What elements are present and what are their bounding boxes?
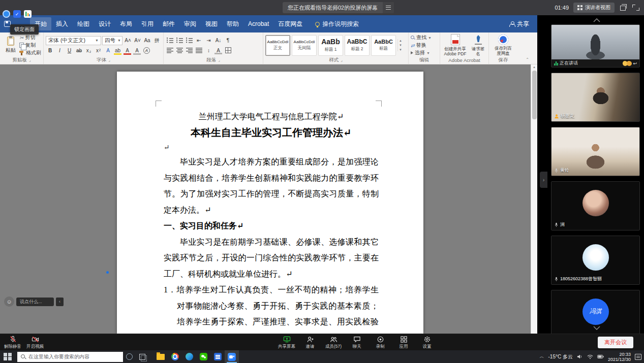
task-view-button[interactable]	[136, 350, 148, 363]
restore-window-icon[interactable]	[619, 4, 627, 11]
strikethrough-button[interactable]: ab	[75, 47, 83, 55]
tencent-meeting-app[interactable]	[225, 350, 239, 363]
share-screen-button[interactable]: 共享屏幕	[277, 334, 296, 351]
sidebar-collapse-handle[interactable]: ›	[540, 172, 547, 188]
volume-icon[interactable]	[577, 354, 583, 359]
chat-button[interactable]: 聊天	[347, 334, 366, 351]
dialog-launcher-icon[interactable]: ⌟	[218, 58, 220, 62]
tab-view[interactable]: 视图	[201, 17, 222, 30]
sort-button[interactable]: A↓	[214, 36, 223, 44]
tab-design[interactable]: 设计	[94, 17, 115, 30]
unmute-button[interactable]: 解除静音	[3, 334, 22, 351]
bold-button[interactable]: B	[46, 47, 54, 55]
justify-button[interactable]	[195, 46, 203, 54]
shading-button[interactable]: A	[214, 46, 223, 54]
emoji-icon[interactable]: ☺	[4, 296, 14, 307]
superscript-button[interactable]: x²	[94, 47, 103, 55]
align-right-button[interactable]	[185, 46, 194, 54]
document-page[interactable]: 兰州理工大学电气工程与信息工程学院↵ 本科生自主毕业实习工作管理办法↵ ↵ 毕业…	[117, 72, 423, 334]
participant-tile[interactable]: 黄铃	[551, 127, 640, 176]
phonetic-guide-button[interactable]: 拼	[152, 37, 161, 45]
taskbar-search[interactable]: 在这里输入你要搜索的内容	[17, 352, 123, 362]
subscript-button[interactable]: x₂	[84, 47, 93, 55]
apps-button[interactable]: 应用	[394, 334, 413, 351]
settings-button[interactable]: 设置	[417, 334, 437, 351]
taskbar-clock[interactable]: 20:33 2021/12/30	[608, 352, 631, 362]
enclose-characters-button[interactable]: A	[142, 47, 151, 55]
style-heading1[interactable]: AaBb 标题 1	[318, 35, 343, 56]
tab-layout[interactable]: 布局	[115, 17, 137, 30]
scrollbar-thumb[interactable]	[532, 71, 537, 119]
share-button[interactable]: 共享	[509, 20, 529, 28]
decrease-indent-button[interactable]: ⇤	[195, 36, 203, 44]
tab-draw[interactable]: 绘图	[73, 17, 94, 30]
leave-meeting-button[interactable]: 离开会议	[598, 337, 633, 348]
scroll-up-icon[interactable]: ▲	[533, 65, 536, 69]
find-button[interactable]: 查找▼	[411, 34, 438, 41]
check-overlay-icon[interactable]: ✓	[13, 10, 21, 18]
format-painter-button[interactable]: 格式刷	[19, 49, 41, 56]
select-button[interactable]: 选择▼	[411, 49, 438, 56]
tencent-docs-app[interactable]	[210, 350, 225, 363]
quick-chat-input[interactable]: 说点什么...	[16, 298, 54, 306]
cut-button[interactable]: 剪切	[19, 34, 41, 41]
document-scrollbar[interactable]: ▲	[531, 64, 537, 334]
wechat-app[interactable]	[196, 350, 210, 363]
banner-menu-button[interactable]	[383, 2, 394, 13]
edge-app[interactable]	[182, 350, 196, 363]
shrink-font-button[interactable]: A˅	[133, 37, 142, 45]
dialog-launcher-icon[interactable]: ⌟	[29, 58, 31, 62]
tab-insert[interactable]: 插入	[51, 17, 73, 30]
numbered-list-button[interactable]	[175, 36, 184, 44]
copy-button[interactable]: 复制	[19, 42, 41, 49]
align-left-button[interactable]	[166, 46, 174, 54]
increase-indent-button[interactable]: ⇥	[204, 36, 213, 44]
create-share-pdf-button[interactable]: 创建并共享 Adobe PDF	[443, 34, 468, 56]
start-button[interactable]	[0, 350, 15, 363]
tell-me-search[interactable]: 操作说明搜索	[315, 20, 359, 28]
fullscreen-icon[interactable]	[632, 4, 640, 11]
change-case-button[interactable]: Aa	[143, 37, 151, 45]
chrome-app[interactable]	[168, 350, 182, 363]
request-signature-button[interactable]: 请求签名	[471, 34, 486, 56]
font-color-button[interactable]: A	[123, 47, 132, 55]
replace-button[interactable]: 替换	[411, 42, 438, 49]
dialog-launcher-icon[interactable]: ⌟	[341, 58, 343, 62]
collapse-chat-icon[interactable]: ‹	[56, 298, 64, 306]
multilevel-list-button[interactable]	[185, 36, 194, 44]
scroll-participants-down[interactable]	[593, 326, 600, 330]
tray-expand-icon[interactable]: ︿	[540, 353, 544, 360]
show-marks-button[interactable]: ¶	[224, 36, 232, 44]
record-button[interactable]: 录制	[371, 334, 390, 351]
cortana-button[interactable]	[123, 350, 136, 363]
meeting-overlay-icon[interactable]	[3, 10, 10, 18]
font-size-combobox[interactable]: 四号▼	[102, 36, 122, 45]
chart-overlay-icon[interactable]	[24, 10, 32, 18]
tab-help[interactable]: 帮助	[222, 17, 243, 30]
tab-references[interactable]: 引用	[137, 17, 158, 30]
paste-button[interactable]: 粘贴	[2, 34, 19, 56]
participant-tile-speaker[interactable]: 正在讲话 ↩	[551, 24, 640, 68]
character-shading-button[interactable]: A	[133, 47, 141, 55]
invite-button[interactable]: 邀请	[300, 334, 320, 351]
style-no-spacing[interactable]: AaBbCcDdI 无间隔	[292, 35, 317, 56]
speaker-view-button[interactable]: 演讲者视图	[573, 3, 615, 13]
styles-gallery-scroll[interactable]: ▲▼▼	[397, 39, 403, 51]
bullet-list-button[interactable]	[166, 36, 174, 44]
underline-button[interactable]: U	[65, 47, 74, 55]
style-title[interactable]: AaBbC 标题	[371, 35, 396, 56]
highlight-color-button[interactable]: ab	[113, 47, 122, 55]
font-name-combobox[interactable]: 宋体 (中文正文)▼	[46, 36, 101, 45]
participant-tile[interactable]: 杨蹇龙	[551, 73, 640, 122]
style-normal[interactable]: AaBbCcDdI 正文	[265, 35, 290, 56]
borders-button[interactable]	[224, 46, 232, 54]
tab-acrobat[interactable]: Acrobat	[243, 17, 273, 30]
tab-review[interactable]: 审阅	[179, 17, 201, 30]
file-explorer-app[interactable]	[154, 350, 168, 363]
save-to-baidu-button[interactable]: 保存到百度网盘	[493, 35, 514, 56]
lock-view-button[interactable]: 锁定画面	[10, 24, 39, 35]
scroll-participants-up[interactable]	[593, 18, 600, 22]
network-icon[interactable]	[587, 354, 593, 359]
grow-font-button[interactable]: A˄	[124, 37, 132, 45]
line-spacing-button[interactable]: ↕	[204, 46, 213, 54]
